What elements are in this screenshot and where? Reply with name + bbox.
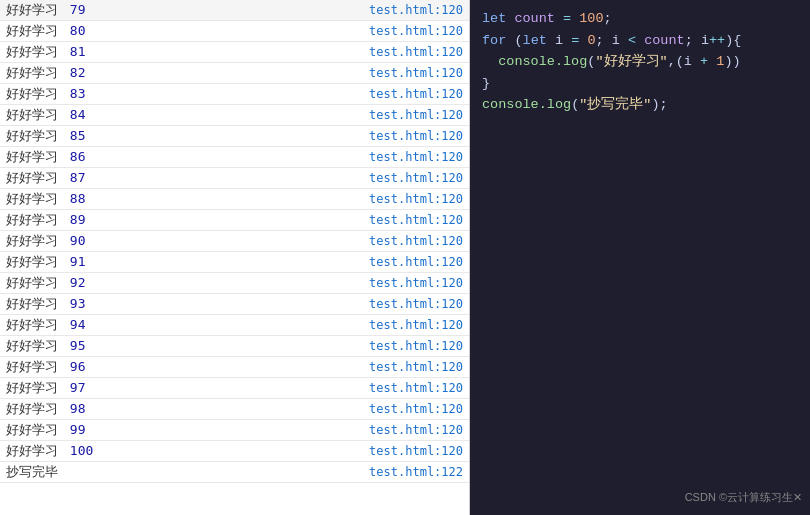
code-line-2: for (let i = 0; i < count; i++){ — [482, 30, 798, 52]
console-link[interactable]: test.html:120 — [359, 45, 463, 59]
console-link[interactable]: test.html:120 — [359, 66, 463, 80]
console-row[interactable]: 好好学习 95test.html:120 — [0, 336, 469, 357]
console-link[interactable]: test.html:120 — [359, 318, 463, 332]
console-row[interactable]: 好好学习 83test.html:120 — [0, 84, 469, 105]
code-line-1: let count = 100; — [482, 8, 798, 30]
console-row[interactable]: 好好学习 90test.html:120 — [0, 231, 469, 252]
console-row[interactable]: 好好学习 94test.html:120 — [0, 315, 469, 336]
console-link[interactable]: test.html:120 — [359, 129, 463, 143]
console-row[interactable]: 好好学习 100test.html:120 — [0, 441, 469, 462]
console-row[interactable]: 好好学习 88test.html:120 — [0, 189, 469, 210]
console-link[interactable]: test.html:120 — [359, 255, 463, 269]
console-row[interactable]: 好好学习 80test.html:120 — [0, 21, 469, 42]
console-row[interactable]: 好好学习 92test.html:120 — [0, 273, 469, 294]
console-row[interactable]: 抄写完毕test.html:122 — [0, 462, 469, 483]
console-row[interactable]: 好好学习 84test.html:120 — [0, 105, 469, 126]
console-row[interactable]: 好好学习 87test.html:120 — [0, 168, 469, 189]
console-row[interactable]: 好好学习 91test.html:120 — [0, 252, 469, 273]
console-link[interactable]: test.html:120 — [359, 3, 463, 17]
console-link[interactable]: test.html:120 — [359, 297, 463, 311]
console-link[interactable]: test.html:120 — [359, 234, 463, 248]
console-link[interactable]: test.html:120 — [359, 108, 463, 122]
console-link[interactable]: test.html:120 — [359, 192, 463, 206]
console-link[interactable]: test.html:120 — [359, 171, 463, 185]
console-row[interactable]: 好好学习 81test.html:120 — [0, 42, 469, 63]
console-row[interactable]: 好好学习 96test.html:120 — [0, 357, 469, 378]
code-editor-panel: let count = 100; for (let i = 0; i < cou… — [470, 0, 810, 515]
console-row[interactable]: 好好学习 86test.html:120 — [0, 147, 469, 168]
console-link[interactable]: test.html:120 — [359, 213, 463, 227]
console-row[interactable]: 好好学习 99test.html:120 — [0, 420, 469, 441]
console-row[interactable]: 好好学习 97test.html:120 — [0, 378, 469, 399]
console-link[interactable]: test.html:120 — [359, 360, 463, 374]
watermark: CSDN ©云计算练习生✕ — [685, 489, 802, 507]
console-link[interactable]: test.html:120 — [359, 339, 463, 353]
console-output-panel[interactable]: 好好学习 79test.html:120好好学习 80test.html:120… — [0, 0, 470, 515]
code-line-4: } — [482, 73, 798, 95]
console-link[interactable]: test.html:120 — [359, 444, 463, 458]
console-link[interactable]: test.html:120 — [359, 87, 463, 101]
console-link[interactable]: test.html:120 — [359, 402, 463, 416]
console-link[interactable]: test.html:120 — [359, 381, 463, 395]
console-row[interactable]: 好好学习 98test.html:120 — [0, 399, 469, 420]
console-link[interactable]: test.html:120 — [359, 276, 463, 290]
console-row[interactable]: 好好学习 89test.html:120 — [0, 210, 469, 231]
console-link[interactable]: test.html:122 — [359, 465, 463, 479]
code-line-5: console.log("抄写完毕"); — [482, 94, 798, 116]
console-row[interactable]: 好好学习 93test.html:120 — [0, 294, 469, 315]
console-row[interactable]: 好好学习 79test.html:120 — [0, 0, 469, 21]
console-row[interactable]: 好好学习 85test.html:120 — [0, 126, 469, 147]
console-link[interactable]: test.html:120 — [359, 423, 463, 437]
console-link[interactable]: test.html:120 — [359, 150, 463, 164]
code-line-3: console.log("好好学习",(i + 1)) — [482, 51, 798, 73]
console-row[interactable]: 好好学习 82test.html:120 — [0, 63, 469, 84]
console-link[interactable]: test.html:120 — [359, 24, 463, 38]
